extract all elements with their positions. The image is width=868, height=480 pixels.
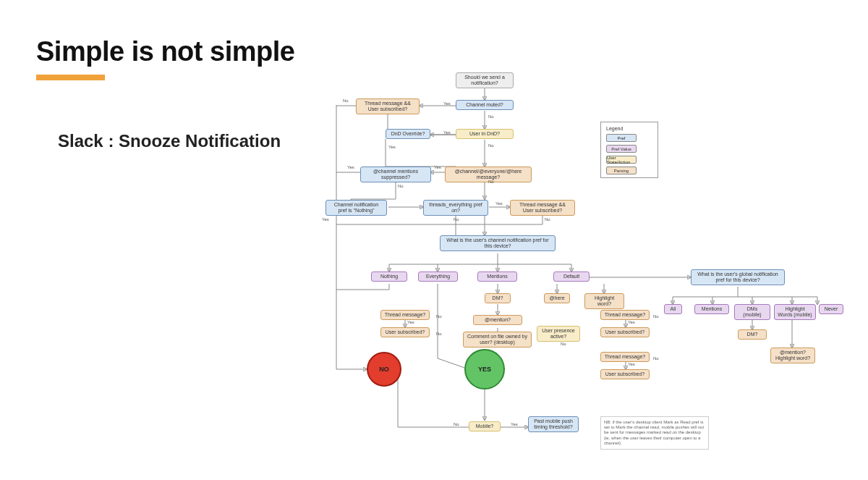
opt-mentions: Mentions: [477, 271, 517, 282]
title-underline: [36, 75, 105, 80]
node-at-mention: @mention?: [473, 315, 522, 325]
legend-user-state: User State/Action: [606, 156, 652, 164]
node-mentions-suppressed: @channel mentions suppressed?: [360, 167, 431, 182]
node-user-sub-l: User subscribed?: [380, 327, 430, 337]
node-dm: DM?: [485, 293, 511, 303]
node-comment-file: Comment on file owned by user? (desktop): [463, 332, 532, 348]
opt-all: All: [664, 304, 682, 314]
node-dnd-override: DnD Override?: [386, 129, 430, 139]
opt-g-mentions: Mentions: [694, 304, 729, 314]
node-mention-highlight: @mention? Highlight word?: [770, 348, 815, 363]
node-global-pref-q: What is the user's global notification p…: [691, 269, 785, 285]
opt-g-highlight: Highlight Words (mobile): [774, 304, 816, 320]
lbl-no-5: No: [398, 184, 404, 188]
lbl-no-12: No: [653, 356, 659, 361]
node-thread-sub-mid: Thread message && User subscribed?: [510, 200, 575, 216]
opt-everything: Everything: [418, 271, 458, 282]
legend-title: Legend: [606, 126, 652, 131]
lbl-no-8: No: [436, 314, 442, 319]
lbl-no-9: No: [436, 332, 442, 336]
lbl-no-2: No: [488, 114, 494, 119]
node-channel-muted: Channel muted?: [456, 100, 514, 110]
terminal-yes: YES: [464, 349, 505, 390]
lbl-yes-2: Yes: [443, 130, 451, 135]
flowchart: Should we send a notification? Channel m…: [311, 72, 846, 467]
node-thread-msg-m1: Thread message?: [600, 310, 650, 320]
opt-nothing: Nothing: [371, 271, 407, 282]
node-dm2: DM?: [738, 329, 767, 340]
legend: Legend Pref Pref Value User State/Action…: [600, 122, 658, 178]
lbl-yes-7: Yes: [322, 217, 329, 222]
legend-parsing: Parsing: [606, 167, 652, 174]
node-presence: User presence active?: [537, 326, 580, 342]
legend-pref: Pref: [606, 134, 652, 142]
slide: Simple is not simple Slack : Snooze Noti…: [0, 0, 868, 480]
node-highlight-word: Highlight word?: [584, 293, 624, 309]
legend-pref-value: Pref Value: [606, 145, 652, 153]
node-thread-msg-m2: Thread message?: [600, 352, 650, 362]
lbl-no-7: No: [545, 217, 550, 222]
opt-g-dms: DMs (mobile): [734, 304, 770, 320]
lbl-no-6: No: [454, 217, 459, 222]
lbl-no-3: No: [488, 143, 494, 148]
opt-g-never: Never: [819, 304, 843, 314]
lbl-yes-5: Yes: [347, 165, 354, 169]
node-at-here: @here: [544, 293, 570, 303]
node-thread-sub-top: Thread message && User subscribed?: [356, 98, 420, 114]
lbl-no-1: No: [343, 98, 349, 103]
lbl-yes-1: Yes: [443, 101, 451, 106]
node-user-dnd: User in DnD?: [456, 129, 514, 139]
node-channel-pref-q: What is the user's channel notification …: [440, 235, 556, 251]
node-user-sub-m1: User subscribed?: [600, 327, 650, 337]
lbl-yes-4: Yes: [434, 165, 441, 169]
node-push-timing: Past mobile push timing threshold?: [528, 416, 579, 432]
terminal-no: NO: [367, 352, 401, 387]
nb-note: NB: if the user's desktop client Mark as…: [600, 416, 709, 450]
node-start: Should we send a notification?: [456, 72, 514, 88]
lbl-no-11: No: [653, 314, 659, 319]
lbl-yes-10: Yes: [628, 320, 635, 324]
node-mobile: Mobile?: [469, 421, 501, 431]
node-thread-msg-l: Thread message?: [380, 310, 430, 320]
slide-title: Simple is not simple: [36, 36, 832, 67]
node-channel-pref-nothing: Channel notification pref is "Nothing": [326, 200, 387, 216]
lbl-yes-6: Yes: [495, 201, 503, 206]
lbl-no-10: No: [561, 342, 566, 346]
lbl-yes-3: Yes: [388, 145, 396, 149]
opt-default: Default: [553, 271, 590, 282]
lbl-no-4: No: [488, 180, 494, 184]
node-threads-pref: threads_everything pref on?: [423, 200, 488, 216]
lbl-no-mob: No: [454, 422, 459, 426]
lbl-yes-8: Yes: [407, 320, 414, 324]
lbl-yes-11: Yes: [628, 362, 635, 366]
lbl-yes-mob: Yes: [511, 422, 518, 426]
node-user-sub-m2: User subscribed?: [600, 369, 650, 379]
